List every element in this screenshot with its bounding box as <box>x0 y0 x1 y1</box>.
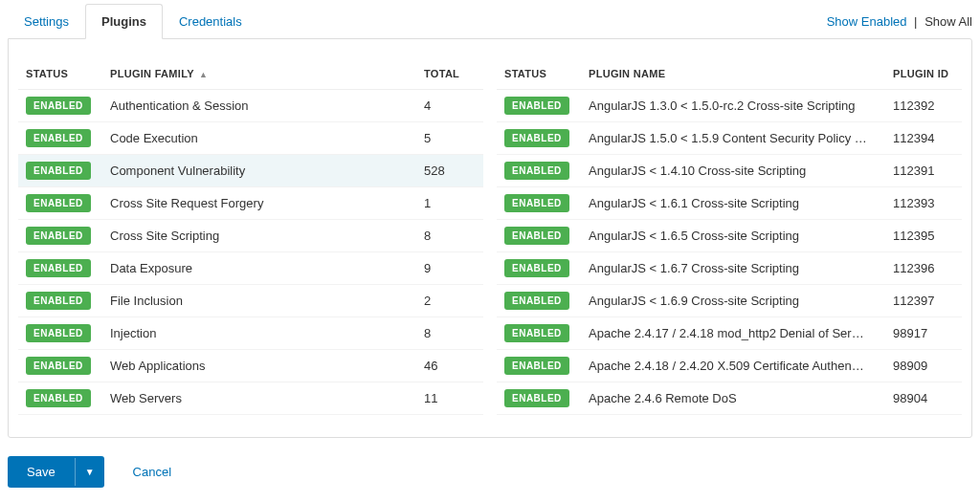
status-cell: ENABLED <box>18 382 102 415</box>
total-cell: 46 <box>416 350 483 382</box>
plugin-family-panel: STATUS PLUGIN FAMILY ▲ TOTAL ENABLEDAuth… <box>18 58 483 427</box>
table-row[interactable]: ENABLEDCode Execution5 <box>18 122 483 155</box>
status-cell: ENABLED <box>18 350 102 382</box>
plugin-id-cell: 98904 <box>885 382 962 415</box>
plugin-name-cell: AngularJS < 1.4.10 Cross-site Scripting <box>581 155 885 187</box>
status-badge[interactable]: ENABLED <box>26 292 91 310</box>
plugin-name-cell: AngularJS < 1.6.9 Cross-site Scripting <box>581 285 885 317</box>
col-header-family[interactable]: PLUGIN FAMILY ▲ <box>102 58 416 90</box>
status-cell: ENABLED <box>497 90 581 122</box>
table-row[interactable]: ENABLEDWeb Servers11 <box>18 382 483 415</box>
table-row[interactable]: ENABLEDAngularJS < 1.4.10 Cross-site Scr… <box>497 155 962 187</box>
total-cell: 8 <box>416 317 483 350</box>
status-badge[interactable]: ENABLED <box>504 357 569 375</box>
table-row[interactable]: ENABLEDApache 2.4.18 / 2.4.20 X.509 Cert… <box>497 350 962 382</box>
plugin-name-cell: Apache 2.4.18 / 2.4.20 X.509 Certificate… <box>581 350 885 382</box>
status-badge[interactable]: ENABLED <box>26 389 91 407</box>
total-cell: 8 <box>416 220 483 252</box>
status-badge[interactable]: ENABLED <box>26 129 91 147</box>
family-cell: Web Applications <box>102 350 416 382</box>
col-header-id[interactable]: PLUGIN ID <box>885 58 962 90</box>
status-badge[interactable]: ENABLED <box>26 194 91 212</box>
plugin-id-cell: 98909 <box>885 350 962 382</box>
save-button-label: Save <box>8 456 75 488</box>
plugin-name-cell: AngularJS < 1.6.7 Cross-site Scripting <box>581 252 885 285</box>
status-cell: ENABLED <box>18 90 102 122</box>
tab-settings[interactable]: Settings <box>8 4 85 39</box>
status-cell: ENABLED <box>497 382 581 415</box>
table-row[interactable]: ENABLEDCross Site Scripting8 <box>18 220 483 252</box>
col-header-status[interactable]: STATUS <box>18 58 102 90</box>
total-cell: 5 <box>416 122 483 155</box>
show-enabled-link[interactable]: Show Enabled <box>827 14 907 29</box>
status-badge[interactable]: ENABLED <box>504 324 569 342</box>
status-badge[interactable]: ENABLED <box>26 227 91 245</box>
col-header-status[interactable]: STATUS <box>497 58 581 90</box>
plugin-list-panel: STATUS PLUGIN NAME PLUGIN ID ENABLEDAngu… <box>497 58 962 427</box>
total-cell: 528 <box>416 155 483 187</box>
table-row[interactable]: ENABLEDInjection8 <box>18 317 483 350</box>
status-cell: ENABLED <box>497 220 581 252</box>
status-cell: ENABLED <box>497 317 581 350</box>
status-cell: ENABLED <box>497 155 581 187</box>
status-badge[interactable]: ENABLED <box>26 357 91 375</box>
save-button[interactable]: Save ▼ <box>8 456 104 488</box>
plugin-id-cell: 112393 <box>885 187 962 220</box>
plugin-list-table: STATUS PLUGIN NAME PLUGIN ID ENABLEDAngu… <box>497 58 962 415</box>
plugin-id-cell: 98917 <box>885 317 962 350</box>
status-badge[interactable]: ENABLED <box>504 389 569 407</box>
table-row[interactable]: ENABLEDData Exposure9 <box>18 252 483 285</box>
plugin-name-cell: AngularJS 1.3.0 < 1.5.0-rc.2 Cross-site … <box>581 90 885 122</box>
status-badge[interactable]: ENABLED <box>26 97 91 115</box>
status-cell: ENABLED <box>18 155 102 187</box>
tab-plugins[interactable]: Plugins <box>85 4 163 39</box>
col-header-total[interactable]: TOTAL <box>416 58 483 90</box>
show-all-link[interactable]: Show All <box>924 14 972 29</box>
save-dropdown-caret-icon[interactable]: ▼ <box>75 458 104 486</box>
table-row[interactable]: ENABLEDWeb Applications46 <box>18 350 483 382</box>
table-row[interactable]: ENABLEDAngularJS < 1.6.1 Cross-site Scri… <box>497 187 962 220</box>
status-cell: ENABLED <box>18 220 102 252</box>
status-badge[interactable]: ENABLED <box>504 97 569 115</box>
plugin-id-cell: 112392 <box>885 90 962 122</box>
plugin-id-cell: 112395 <box>885 220 962 252</box>
plugin-name-cell: Apache 2.4.6 Remote DoS <box>581 382 885 415</box>
table-row[interactable]: ENABLEDAngularJS < 1.6.7 Cross-site Scri… <box>497 252 962 285</box>
status-badge[interactable]: ENABLED <box>504 259 569 277</box>
plugin-family-table: STATUS PLUGIN FAMILY ▲ TOTAL ENABLEDAuth… <box>18 58 483 415</box>
tab-credentials[interactable]: Credentials <box>163 4 258 39</box>
tab-bar: Settings Plugins Credentials <box>8 4 258 39</box>
status-badge[interactable]: ENABLED <box>26 162 91 180</box>
status-cell: ENABLED <box>497 252 581 285</box>
table-row[interactable]: ENABLEDAngularJS < 1.6.9 Cross-site Scri… <box>497 285 962 317</box>
status-cell: ENABLED <box>497 187 581 220</box>
table-row[interactable]: ENABLEDComponent Vulnerability528 <box>18 155 483 187</box>
table-row[interactable]: ENABLEDApache 2.4.17 / 2.4.18 mod_http2 … <box>497 317 962 350</box>
family-cell: Injection <box>102 317 416 350</box>
family-cell: Code Execution <box>102 122 416 155</box>
table-row[interactable]: ENABLEDAngularJS 1.3.0 < 1.5.0-rc.2 Cros… <box>497 90 962 122</box>
status-badge[interactable]: ENABLED <box>504 129 569 147</box>
status-badge[interactable]: ENABLED <box>504 292 569 310</box>
col-header-name[interactable]: PLUGIN NAME <box>581 58 885 90</box>
status-badge[interactable]: ENABLED <box>504 194 569 212</box>
table-row[interactable]: ENABLEDApache 2.4.6 Remote DoS98904 <box>497 382 962 415</box>
table-row[interactable]: ENABLEDAngularJS 1.5.0 < 1.5.9 Content S… <box>497 122 962 155</box>
cancel-link[interactable]: Cancel <box>133 465 171 479</box>
table-row[interactable]: ENABLEDCross Site Request Forgery1 <box>18 187 483 220</box>
status-cell: ENABLED <box>18 285 102 317</box>
plugin-list-scroll[interactable]: STATUS PLUGIN NAME PLUGIN ID ENABLEDAngu… <box>497 58 962 427</box>
status-cell: ENABLED <box>18 252 102 285</box>
table-row[interactable]: ENABLEDAngularJS < 1.6.5 Cross-site Scri… <box>497 220 962 252</box>
status-badge[interactable]: ENABLED <box>504 162 569 180</box>
status-cell: ENABLED <box>18 317 102 350</box>
plugin-name-cell: AngularJS 1.5.0 < 1.5.9 Content Security… <box>581 122 885 155</box>
total-cell: 11 <box>416 382 483 415</box>
status-badge[interactable]: ENABLED <box>26 324 91 342</box>
status-badge[interactable]: ENABLED <box>504 227 569 245</box>
footer-actions: Save ▼ Cancel <box>0 439 980 497</box>
table-row[interactable]: ENABLEDAuthentication & Session4 <box>18 90 483 122</box>
plugin-family-scroll[interactable]: STATUS PLUGIN FAMILY ▲ TOTAL ENABLEDAuth… <box>18 58 483 427</box>
status-badge[interactable]: ENABLED <box>26 259 91 277</box>
table-row[interactable]: ENABLEDFile Inclusion2 <box>18 285 483 317</box>
